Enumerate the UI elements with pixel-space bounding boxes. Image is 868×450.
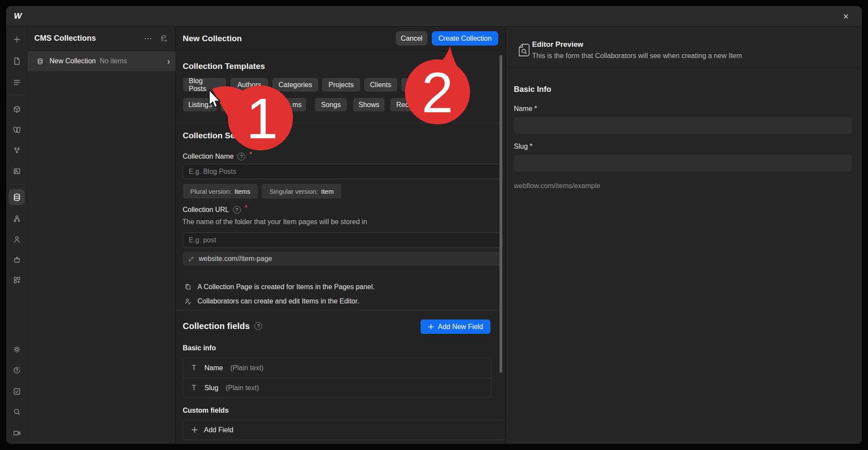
apps-icon[interactable] bbox=[11, 274, 22, 285]
checklist-icon[interactable] bbox=[11, 386, 22, 397]
template-recipes[interactable]: Recip bbox=[391, 98, 430, 111]
text-field-icon: T bbox=[192, 384, 198, 392]
cancel-button[interactable]: Cancel bbox=[396, 31, 427, 46]
chevron-right-icon: › bbox=[167, 57, 170, 65]
add-field-button[interactable]: Add Field bbox=[183, 420, 508, 440]
collection-row-status: No items bbox=[100, 57, 168, 65]
preview-name-label: Name * bbox=[514, 105, 537, 113]
template-authors[interactable]: Authors bbox=[230, 78, 268, 91]
add-new-field-button[interactable]: Add New Field bbox=[421, 320, 490, 334]
help-circle-icon[interactable]: ? bbox=[237, 153, 245, 160]
users-icon[interactable] bbox=[11, 234, 22, 245]
basic-info-heading: Basic info bbox=[183, 344, 216, 352]
template-clients[interactable]: Clients bbox=[364, 78, 397, 91]
effects-icon[interactable] bbox=[11, 145, 22, 156]
pages-icon[interactable] bbox=[11, 55, 22, 66]
section-divider bbox=[176, 123, 505, 123]
components-icon[interactable] bbox=[11, 104, 22, 114]
collection-name-label-row: Collection Name ? * bbox=[183, 153, 252, 160]
cms-collections-title: CMS Collections bbox=[34, 34, 144, 43]
add-icon[interactable] bbox=[11, 34, 22, 45]
plus-icon bbox=[191, 427, 198, 433]
collection-fields-heading: Collection fields bbox=[183, 321, 250, 331]
plus-icon bbox=[428, 324, 434, 330]
collection-url-description: The name of the folder that your Item pa… bbox=[182, 218, 367, 226]
collection-list-item[interactable]: New Collection No items › bbox=[27, 51, 175, 71]
rail-separator bbox=[10, 95, 24, 95]
singular-label: Singular version: bbox=[270, 188, 318, 195]
create-collection-button[interactable]: Create Collection bbox=[432, 31, 498, 46]
field-row-name[interactable]: T Name (Plain text) bbox=[183, 358, 491, 378]
singular-value: Item bbox=[321, 188, 334, 195]
template-projects[interactable]: Projects bbox=[322, 78, 360, 91]
template-categories[interactable]: Categories bbox=[273, 78, 318, 91]
search-icon[interactable] bbox=[11, 406, 22, 417]
add-collection-icon[interactable] bbox=[160, 34, 168, 43]
cms-icon[interactable] bbox=[9, 189, 25, 205]
preview-basic-info-heading: Basic Info bbox=[514, 85, 551, 94]
text-field-icon: T bbox=[192, 364, 198, 372]
plural-value: Items bbox=[234, 188, 250, 195]
page-title: New Collection bbox=[183, 34, 396, 43]
close-icon[interactable]: ✕ bbox=[840, 11, 852, 22]
url-preview-text: website.com//item-page bbox=[199, 255, 272, 263]
singular-version-pill[interactable]: Singular version: Item bbox=[262, 184, 342, 199]
collection-fields-heading-row: Collection fields ? bbox=[183, 322, 262, 330]
templates-heading: Collection Templates bbox=[183, 62, 265, 71]
editor-preview-icon bbox=[518, 43, 530, 57]
editor-preview-panel bbox=[505, 26, 862, 444]
rail-separator bbox=[10, 184, 24, 185]
basic-fields-list: T Name (Plain text) T Slug (Plain text) bbox=[183, 358, 491, 398]
preview-slug-input[interactable] bbox=[514, 155, 852, 172]
designer-window: W ✕ CMS Collections ⋯ bbox=[6, 6, 862, 444]
navigator-icon[interactable] bbox=[11, 77, 22, 88]
template-listings[interactable]: Listings bbox=[183, 98, 217, 111]
help-circle-icon[interactable]: ? bbox=[254, 322, 262, 330]
collection-url-input[interactable] bbox=[183, 232, 503, 248]
field-row-slug[interactable]: T Slug (Plain text) bbox=[183, 378, 491, 398]
collection-url-label-row: Collection URL ? * bbox=[183, 206, 247, 214]
assets-icon[interactable] bbox=[11, 166, 22, 176]
section-divider bbox=[176, 310, 505, 310]
settings-heading: Collection Settings bbox=[183, 131, 257, 140]
collection-icon bbox=[36, 58, 44, 65]
required-asterisk: * bbox=[249, 151, 252, 159]
scrollbar-thumb[interactable] bbox=[500, 55, 502, 373]
settings-icon[interactable] bbox=[11, 344, 22, 355]
field-name: Slug bbox=[204, 384, 218, 392]
video-icon[interactable] bbox=[11, 427, 22, 438]
template-hidden-2[interactable]: E bbox=[221, 98, 254, 111]
required-asterisk: * bbox=[245, 204, 247, 212]
preview-divider bbox=[506, 68, 862, 68]
styles-icon[interactable] bbox=[11, 124, 22, 135]
add-field-label: Add Field bbox=[204, 426, 233, 434]
plural-version-pill[interactable]: Plural version: Items bbox=[183, 184, 258, 199]
template-shows[interactable]: Shows bbox=[353, 98, 385, 111]
plural-label: Plural version: bbox=[190, 188, 231, 195]
more-options-icon[interactable]: ⋯ bbox=[144, 33, 153, 43]
preview-slug-hint: webflow.com/items/example bbox=[514, 182, 600, 190]
template-hidden-3[interactable]: ms bbox=[260, 98, 306, 111]
new-collection-header: New Collection Cancel Create Collection bbox=[175, 26, 505, 51]
ecommerce-icon[interactable] bbox=[11, 254, 22, 265]
template-songs[interactable]: Songs bbox=[315, 98, 347, 111]
help-circle-icon[interactable]: ? bbox=[233, 206, 241, 214]
note-collection-page: A Collection Page is created for Items i… bbox=[184, 283, 375, 291]
custom-fields-heading: Custom fields bbox=[183, 407, 229, 414]
template-hidden-1[interactable]: T bbox=[401, 78, 438, 91]
top-bar bbox=[6, 6, 862, 26]
template-blog-posts[interactable]: Blog Posts bbox=[183, 78, 226, 91]
collection-name-input[interactable] bbox=[183, 164, 503, 179]
collection-name-label: Collection Name bbox=[183, 153, 233, 160]
field-type: (Plain text) bbox=[230, 364, 263, 372]
logic-icon[interactable] bbox=[11, 213, 22, 224]
url-preview-bar: website.com//item-page bbox=[183, 252, 501, 266]
collaborator-note-icon bbox=[184, 297, 192, 305]
collection-url-label: Collection URL bbox=[183, 206, 229, 214]
help-icon[interactable] bbox=[11, 365, 22, 375]
webflow-logo-icon[interactable]: W bbox=[12, 11, 23, 21]
note-text: A Collection Page is created for Items i… bbox=[197, 283, 375, 291]
field-type: (Plain text) bbox=[226, 384, 259, 392]
collection-row-title: New Collection bbox=[49, 57, 96, 65]
preview-name-input[interactable] bbox=[514, 117, 852, 134]
